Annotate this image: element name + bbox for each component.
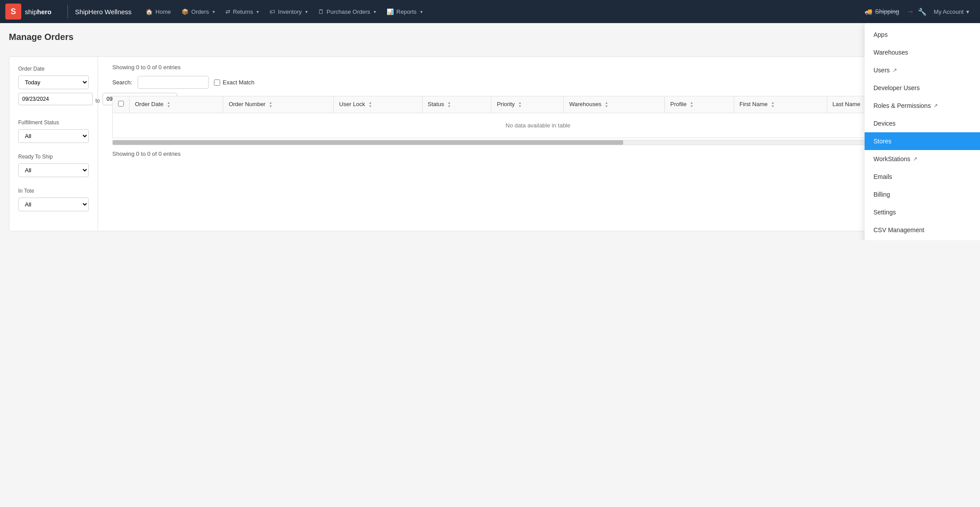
nav-my-account-label: My Account (934, 8, 964, 15)
dropdown-users-label: Users (873, 67, 890, 74)
col-order-date[interactable]: Order Date ▲▼ (130, 96, 223, 113)
horizontal-scrollbar[interactable] (112, 140, 964, 145)
dropdown-apps-label: Apps (873, 31, 888, 38)
purchase-orders-chevron-icon: ▾ (374, 9, 376, 14)
no-data-row: No data available in table (113, 113, 964, 138)
in-tote-filter: In Tote All (18, 188, 89, 211)
shipping-icon: 🚚 (865, 8, 872, 15)
exact-match-text: Exact Match (223, 79, 255, 86)
nav-purchase-orders-label: Purchase Orders (327, 8, 370, 15)
status-sort-icon: ▲▼ (447, 101, 451, 108)
warehouses-sort-icon: ▲▼ (605, 101, 609, 108)
dropdown-item-users[interactable]: Users ↗ (865, 61, 980, 79)
workstations-external-icon: ↗ (913, 156, 917, 162)
col-user-lock[interactable]: User Lock ▲▼ (334, 96, 422, 113)
table-header: Order Date ▲▼ Order Number ▲▼ User Lock … (113, 96, 964, 113)
nav-item-purchase-orders[interactable]: 🗒 Purchase Orders ▾ (313, 0, 381, 23)
orders-chevron-icon: ▾ (213, 9, 215, 14)
col-warehouses[interactable]: Warehouses ▲▼ (564, 96, 665, 113)
nav-item-inventory[interactable]: 🏷 Inventory ▾ (264, 0, 312, 23)
order-date-filter: Order Date Today to (18, 66, 89, 109)
dropdown-workstations-label: WorkStations (873, 155, 910, 162)
purchase-orders-icon: 🗒 (318, 8, 324, 15)
orders-table: Order Date ▲▼ Order Number ▲▼ User Lock … (112, 96, 964, 138)
in-tote-label: In Tote (18, 188, 89, 194)
nav-item-orders[interactable]: 📦 Orders ▾ (176, 0, 220, 23)
nav-items: 🏠 Home 📦 Orders ▾ ⇄ Returns ▾ 🏷 Inventor… (140, 0, 859, 23)
col-priority[interactable]: Priority ▲▼ (491, 96, 564, 113)
shiphero-logo-icon: S (5, 4, 21, 20)
exact-match-label[interactable]: Exact Match (214, 79, 255, 86)
dropdown-item-billing[interactable]: Billing (865, 186, 980, 203)
showing-bottom: Showing 0 to 0 of 0 entries (112, 151, 964, 157)
orders-icon: 📦 (182, 8, 189, 15)
search-label: Search: (112, 79, 132, 86)
nav-reports-label: Reports (396, 8, 417, 15)
home-icon: 🏠 (146, 8, 153, 15)
dropdown-roles-permissions-label: Roles & Permissions (873, 102, 931, 109)
logo-text: shiphero (25, 8, 51, 16)
date-separator: to (95, 98, 100, 104)
ready-to-ship-select[interactable]: All (18, 163, 89, 177)
nav-item-returns[interactable]: ⇄ Returns ▾ (220, 0, 265, 23)
dropdown-item-csv-management[interactable]: CSV Management (865, 221, 980, 239)
inventory-icon: 🏷 (269, 8, 275, 15)
order-date-sort-icon: ▲▼ (167, 101, 170, 108)
page-title: Manage Orders (9, 32, 74, 42)
col-status[interactable]: Status ▲▼ (422, 96, 491, 113)
dropdown-billing-label: Billing (873, 191, 890, 198)
exact-match-checkbox[interactable] (214, 79, 220, 86)
search-row: Search: Exact Match (112, 76, 964, 89)
showing-top: Showing 0 to 0 of 0 entries (112, 64, 964, 71)
roles-external-icon: ↗ (933, 103, 938, 109)
wrench-icon: 🔧 (916, 8, 929, 16)
nav-item-my-account[interactable]: My Account ▾ (929, 0, 975, 23)
first-name-sort-icon: ▲▼ (771, 101, 775, 108)
table-area: Showing 0 to 0 of 0 entries Search: Exac… (105, 57, 971, 231)
arrow-right-icon: → (906, 7, 914, 16)
fulfillment-status-select[interactable]: All (18, 129, 89, 143)
order-date-label: Order Date (18, 66, 89, 72)
col-first-name[interactable]: First Name ▲▼ (734, 96, 827, 113)
dropdown-item-devices[interactable]: Devices (865, 115, 980, 132)
nav-right: 🚚 Shipping → 🔧 My Account ▾ (859, 0, 975, 23)
my-account-chevron-icon: ▾ (966, 8, 969, 15)
col-profile[interactable]: Profile ▲▼ (665, 96, 734, 113)
dropdown-item-apps[interactable]: Apps (865, 26, 980, 44)
search-input[interactable] (138, 76, 209, 89)
dropdown-developer-users-label: Developer Users (873, 84, 920, 91)
profile-sort-icon: ▲▼ (690, 101, 694, 108)
company-name: ShipHero Wellness (75, 8, 131, 16)
reports-chevron-icon: ▾ (420, 9, 423, 14)
order-date-select[interactable]: Today (18, 75, 89, 89)
dropdown-emails-label: Emails (873, 173, 892, 180)
dropdown-item-emails[interactable]: Emails (865, 168, 980, 186)
fulfillment-status-filter: Fulfillment Status All (18, 119, 89, 143)
select-all-checkbox[interactable] (118, 101, 124, 107)
dropdown-item-stores[interactable]: Stores (865, 132, 980, 150)
dropdown-item-roles-permissions[interactable]: Roles & Permissions ↗ (865, 97, 980, 115)
nav-item-shipping[interactable]: 🚚 Shipping (859, 0, 905, 23)
nav-item-home[interactable]: 🏠 Home (140, 0, 176, 23)
svg-text:S: S (11, 7, 16, 16)
dropdown-item-logout[interactable]: Logout (865, 239, 980, 240)
ready-to-ship-filter: Ready To Ship All (18, 154, 89, 177)
in-tote-select[interactable]: All (18, 198, 89, 211)
col-order-number[interactable]: Order Number ▲▼ (223, 96, 334, 113)
dropdown-warehouses-label: Warehouses (873, 49, 908, 56)
ready-to-ship-label: Ready To Ship (18, 154, 89, 160)
dropdown-item-workstations[interactable]: WorkStations ↗ (865, 150, 980, 168)
no-data-message: No data available in table (113, 113, 964, 138)
priority-sort-icon: ▲▼ (518, 101, 522, 108)
dropdown-devices-label: Devices (873, 120, 896, 127)
returns-icon: ⇄ (225, 8, 230, 15)
dropdown-item-warehouses[interactable]: Warehouses (865, 44, 980, 61)
dropdown-csv-management-label: CSV Management (873, 226, 924, 234)
dropdown-item-developer-users[interactable]: Developer Users (865, 79, 980, 97)
top-navigation: S shiphero ShipHero Wellness 🏠 Home 📦 Or… (0, 0, 980, 23)
date-from-input[interactable] (18, 93, 93, 105)
logo[interactable]: S shiphero (5, 4, 51, 20)
reports-icon: 📊 (387, 8, 394, 15)
nav-item-reports[interactable]: 📊 Reports ▾ (381, 0, 428, 23)
dropdown-item-settings[interactable]: Settings (865, 203, 980, 221)
